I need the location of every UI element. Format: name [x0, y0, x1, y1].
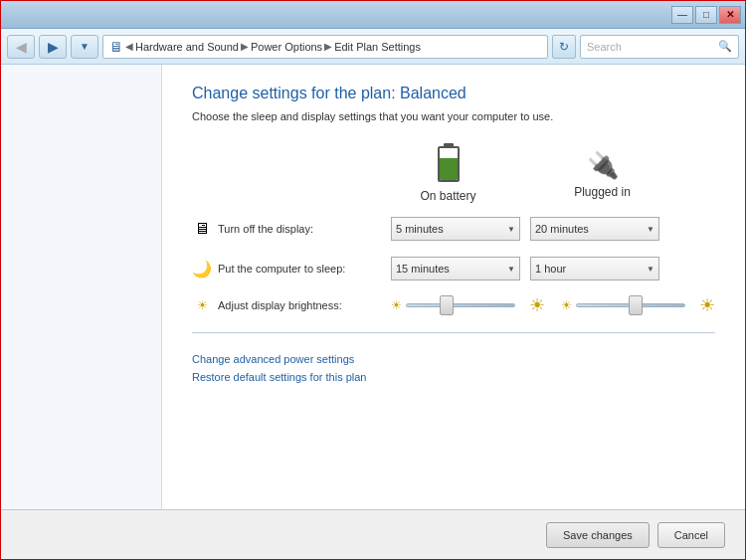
breadcrumb-edit: Edit Plan Settings [334, 41, 421, 53]
search-icon: 🔍 [718, 40, 732, 53]
sleep-setting-row: 🌙 Put the computer to sleep: 1 minute 2 … [192, 255, 715, 282]
dropdown-button[interactable]: ▼ [71, 35, 98, 59]
advanced-settings-link[interactable]: Change advanced power settings [192, 353, 715, 365]
sleep-icon: 🌙 [192, 260, 212, 279]
brightness-battery-slider[interactable] [406, 303, 515, 307]
bottom-bar: Save changes Cancel [1, 509, 745, 559]
links-area: Change advanced power settings Restore d… [192, 353, 715, 383]
brightness-plugged-min-icon: ☀ [561, 298, 572, 312]
display-battery-select[interactable]: 1 minute 2 minutes 3 minutes 5 minutes 1… [391, 217, 520, 241]
titlebar-buttons: — □ ✕ [671, 6, 741, 24]
separator [192, 332, 715, 333]
sleep-plugged-wrapper: 1 minute 2 minutes 3 minutes 5 minutes 1… [530, 257, 659, 280]
sleep-controls: 1 minute 2 minutes 3 minutes 5 minutes 1… [391, 257, 659, 280]
page-subtitle: Choose the sleep and display settings th… [192, 110, 715, 122]
main-window: — □ ✕ ◀ ▶ ▼ 🖥 ◀ Hardware and Sound ▶ Pow… [0, 0, 746, 560]
page-title: Change settings for the plan: Balanced [192, 85, 715, 102]
refresh-button[interactable]: ↻ [552, 35, 576, 59]
search-placeholder: Search [587, 41, 622, 53]
sleep-battery-wrapper: 1 minute 2 minutes 3 minutes 5 minutes 1… [391, 257, 520, 280]
minimize-button[interactable]: — [671, 6, 693, 24]
brightness-plugged-slider-container [576, 295, 695, 315]
brightness-battery-min-icon: ☀ [391, 298, 402, 312]
display-label-area: 🖥 Turn off the display: [192, 220, 391, 238]
breadcrumb-hardware: Hardware and Sound [135, 41, 239, 53]
right-panel: Change settings for the plan: Balanced C… [162, 65, 745, 509]
battery-column-header: On battery [371, 146, 525, 203]
brightness-icon: ☀ [192, 298, 212, 312]
brightness-plugged-max-icon: ☀ [699, 294, 715, 316]
left-panel [1, 65, 162, 509]
titlebar: — □ ✕ [1, 1, 745, 29]
pluggedin-column-header: 🔌 Plugged in [525, 150, 679, 199]
close-button[interactable]: ✕ [719, 6, 741, 24]
brightness-battery-slider-container [406, 295, 525, 315]
brightness-label: Adjust display brightness: [218, 299, 342, 311]
breadcrumb: 🖥 ◀ Hardware and Sound ▶ Power Options ▶… [109, 39, 421, 55]
main-layout: Change settings for the plan: Balanced C… [1, 65, 745, 509]
save-button[interactable]: Save changes [546, 522, 650, 548]
sleep-label: Put the computer to sleep: [218, 263, 345, 275]
cancel-button[interactable]: Cancel [657, 522, 725, 548]
brightness-label-area: ☀ Adjust display brightness: [192, 298, 391, 312]
brightness-controls: ☀ ☀ ☀ ☀ [391, 294, 715, 316]
display-setting-row: 🖥 Turn off the display: 1 minute 2 minut… [192, 215, 715, 243]
back-button[interactable]: ◀ [7, 35, 35, 59]
display-icon: 🖥 [192, 220, 212, 238]
search-field[interactable]: Search 🔍 [580, 35, 739, 59]
pluggedin-column-label: Plugged in [574, 185, 631, 199]
plug-icon: 🔌 [587, 150, 619, 181]
display-controls: 1 minute 2 minutes 3 minutes 5 minutes 1… [391, 217, 659, 241]
breadcrumb-power: Power Options [251, 41, 322, 53]
display-label: Turn off the display: [218, 223, 313, 235]
battery-icon [438, 146, 460, 185]
brightness-row: ☀ Adjust display brightness: ☀ ☀ ☀ [192, 294, 715, 316]
display-plugged-select[interactable]: 1 minute 2 minutes 3 minutes 5 minutes 1… [530, 217, 659, 241]
addressbar: ◀ ▶ ▼ 🖥 ◀ Hardware and Sound ▶ Power Opt… [1, 29, 745, 65]
display-battery-wrapper: 1 minute 2 minutes 3 minutes 5 minutes 1… [391, 217, 520, 241]
brightness-battery-section: ☀ ☀ [391, 294, 545, 316]
sleep-plugged-select[interactable]: 1 minute 2 minutes 3 minutes 5 minutes 1… [530, 257, 659, 280]
brightness-battery-max-icon: ☀ [529, 294, 545, 316]
column-headers: On battery 🔌 Plugged in [371, 146, 715, 203]
address-bar[interactable]: 🖥 ◀ Hardware and Sound ▶ Power Options ▶… [102, 35, 548, 59]
sleep-battery-select[interactable]: 1 minute 2 minutes 3 minutes 5 minutes 1… [391, 257, 520, 280]
brightness-plugged-slider[interactable] [576, 303, 685, 307]
sleep-label-area: 🌙 Put the computer to sleep: [192, 260, 391, 279]
battery-column-label: On battery [420, 189, 475, 203]
display-plugged-wrapper: 1 minute 2 minutes 3 minutes 5 minutes 1… [530, 217, 659, 241]
brightness-plugged-section: ☀ ☀ [561, 294, 715, 316]
maximize-button[interactable]: □ [695, 6, 717, 24]
forward-button[interactable]: ▶ [39, 35, 67, 59]
restore-defaults-link[interactable]: Restore default settings for this plan [192, 371, 715, 383]
